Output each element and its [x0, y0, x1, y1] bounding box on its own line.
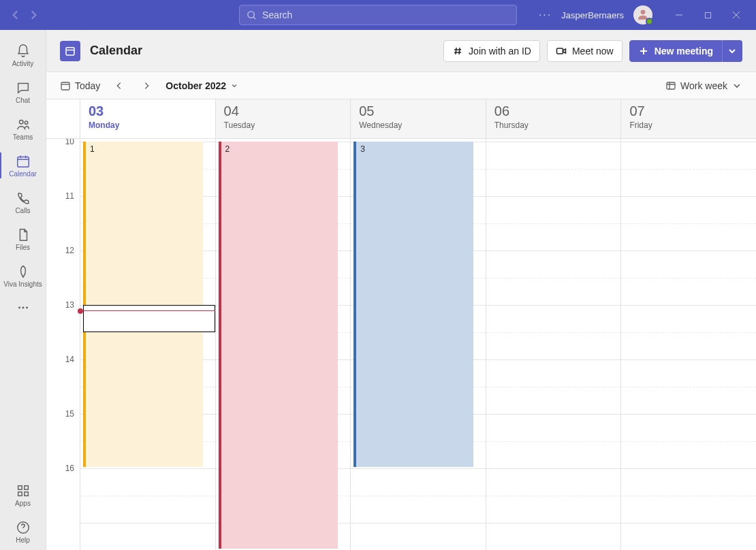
chevron-down-icon [731, 80, 742, 91]
rail-label: Help [16, 536, 30, 544]
rail-item-more[interactable] [0, 294, 46, 321]
button-label: New meeting [655, 46, 713, 56]
button-label: Join with an ID [469, 46, 531, 56]
svg-rect-8 [18, 485, 22, 489]
day-name: Friday [629, 120, 748, 130]
bell-icon [16, 44, 31, 59]
time-label: 16 [65, 464, 74, 473]
avatar[interactable] [633, 5, 652, 25]
svg-rect-1 [705, 12, 710, 18]
new-meeting-dropdown[interactable] [722, 40, 742, 62]
svg-point-2 [19, 120, 23, 124]
page-header: Calendar Join with an ID Meet now New me… [46, 30, 756, 72]
hash-icon [452, 46, 463, 56]
calendar-event[interactable]: 2 [219, 142, 338, 549]
window-close-button[interactable] [722, 5, 751, 25]
calendar-event[interactable]: 3 [353, 142, 473, 467]
presence-indicator [646, 18, 653, 25]
chat-icon [16, 80, 31, 95]
svg-rect-15 [61, 82, 69, 90]
day-column[interactable]: 1 [80, 139, 216, 550]
search-box[interactable]: Search [239, 5, 517, 25]
view-label: Work week [680, 80, 727, 91]
rail-item-calendar[interactable]: Calendar [0, 147, 46, 184]
plus-icon [638, 46, 649, 56]
calendar-today-icon [60, 80, 71, 91]
svg-point-0 [248, 11, 254, 17]
svg-rect-4 [17, 157, 29, 167]
rail-label: Chat [16, 97, 30, 104]
page-title: Calendar [90, 44, 142, 58]
window-minimize-button[interactable] [665, 5, 693, 25]
day-headers-row: 03 Monday04 Tuesday05 Wednesday06 Thursd… [46, 99, 756, 139]
chevron-down-icon [727, 46, 738, 56]
selected-time-slot[interactable] [83, 305, 215, 332]
search-icon [247, 10, 257, 20]
search-placeholder: Search [262, 10, 292, 20]
time-label: 14 [65, 355, 74, 364]
day-column[interactable] [621, 139, 756, 550]
file-icon [16, 227, 31, 242]
more-options-button[interactable]: ··· [539, 9, 552, 21]
meet-now-button[interactable]: Meet now [547, 40, 623, 62]
rail-item-activity[interactable]: Activity [0, 37, 46, 74]
chevron-left-icon [114, 81, 124, 91]
day-header[interactable]: 03 Monday [80, 99, 216, 138]
svg-rect-10 [18, 491, 22, 496]
history-back-button[interactable] [10, 9, 22, 21]
rail-item-viva-insights[interactable]: Viva Insights [0, 257, 46, 294]
view-picker[interactable]: Work week [665, 80, 742, 91]
more-icon [16, 300, 31, 315]
calendar-grid[interactable]: 910111213141516 123 [46, 139, 756, 550]
rail-label: Teams [13, 133, 33, 141]
today-button[interactable]: Today [60, 80, 100, 91]
day-header[interactable]: 06 Thursday [486, 99, 622, 138]
apps-icon [16, 483, 31, 498]
svg-point-3 [25, 121, 27, 124]
chevron-right-icon [142, 81, 151, 91]
time-label: 15 [65, 409, 74, 419]
day-number: 03 [89, 103, 207, 119]
next-period-button[interactable] [138, 78, 155, 94]
phone-icon [16, 191, 31, 206]
rail-label: Files [16, 244, 30, 251]
month-label: October 2022 [166, 80, 226, 91]
new-meeting-button[interactable]: New meeting [629, 40, 722, 62]
day-name: Wednesday [359, 120, 477, 130]
rail-item-chat[interactable]: Chat [0, 74, 46, 110]
rail-item-apps[interactable]: Apps [0, 476, 46, 513]
current-time-indicator [80, 310, 215, 311]
svg-rect-9 [24, 485, 28, 489]
calendar-icon [16, 154, 31, 169]
calendar-grid-wrap: 910111213141516 123 [46, 139, 756, 550]
app-rail: Activity Chat Teams Calendar Calls Files… [0, 30, 46, 550]
day-header[interactable]: 07 Friday [621, 99, 756, 138]
viva-icon [16, 264, 31, 279]
time-label: 10 [65, 139, 74, 146]
rail-item-files[interactable]: Files [0, 221, 46, 257]
rail-label: Apps [15, 500, 31, 507]
svg-point-7 [26, 307, 28, 309]
month-picker[interactable]: October 2022 [166, 80, 238, 91]
window-maximize-button[interactable] [693, 5, 722, 25]
rail-label: Activity [12, 60, 34, 67]
history-forward-button[interactable] [27, 9, 40, 21]
rail-label: Viva Insights [3, 280, 42, 288]
prev-period-button[interactable] [111, 78, 127, 94]
day-header[interactable]: 05 Wednesday [351, 99, 486, 138]
help-icon [16, 520, 31, 535]
calendar-app-icon [60, 41, 80, 61]
day-header[interactable]: 04 Tuesday [216, 99, 351, 138]
calendar-event[interactable]: 1 [83, 142, 203, 467]
rail-item-calls[interactable]: Calls [0, 184, 46, 221]
day-column[interactable]: 3 [351, 139, 486, 550]
svg-rect-11 [24, 491, 28, 496]
rail-label: Calendar [9, 170, 37, 178]
rail-item-help[interactable]: Help [0, 513, 46, 550]
svg-rect-13 [66, 47, 74, 54]
rail-item-teams[interactable]: Teams [0, 110, 46, 147]
day-column[interactable]: 2 [216, 139, 351, 550]
day-column[interactable] [486, 139, 622, 550]
join-with-id-button[interactable]: Join with an ID [443, 40, 540, 62]
svg-rect-14 [556, 48, 563, 54]
